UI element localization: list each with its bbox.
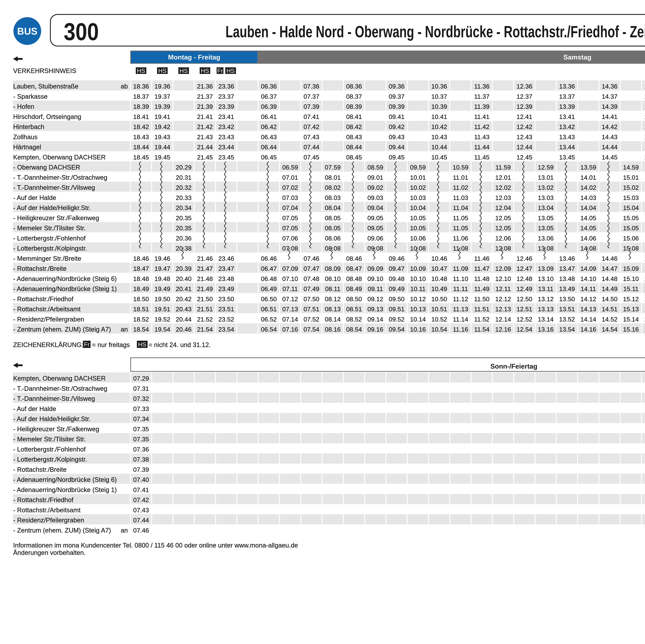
svg-text:07.42: 07.42: [133, 496, 149, 503]
svg-text:12.45: 12.45: [516, 154, 532, 161]
svg-text:06.36: 06.36: [261, 83, 277, 90]
svg-text:14.46: 14.46: [602, 255, 618, 262]
svg-text:Fr: Fr: [217, 67, 223, 74]
svg-text:15.14: 15.14: [623, 316, 639, 323]
svg-text:10.43: 10.43: [431, 134, 447, 141]
svg-text:07.09: 07.09: [282, 265, 298, 272]
svg-text:10.11: 10.11: [410, 285, 426, 292]
svg-text:21.36: 21.36: [197, 83, 213, 90]
svg-text:13.51: 13.51: [559, 305, 575, 312]
svg-text:07.39: 07.39: [133, 466, 149, 473]
svg-text:13.06: 13.06: [538, 235, 554, 242]
svg-text:08.50: 08.50: [346, 295, 362, 302]
svg-text:14.04: 14.04: [580, 204, 596, 211]
svg-text:10.05: 10.05: [410, 225, 426, 232]
svg-text:07.33: 07.33: [133, 405, 149, 412]
svg-text:- Zentrum (ehem. ZUM) (Steig A: - Zentrum (ehem. ZUM) (Steig A7): [13, 326, 111, 333]
svg-text:09.39: 09.39: [389, 103, 405, 110]
svg-text:08.03: 08.03: [325, 194, 341, 201]
svg-text:11.51: 11.51: [474, 305, 489, 312]
svg-text:21.54: 21.54: [197, 326, 213, 333]
svg-text:07.04: 07.04: [282, 204, 298, 211]
svg-text:21.48: 21.48: [197, 275, 213, 282]
svg-text:08.37: 08.37: [346, 93, 362, 100]
svg-text:14.44: 14.44: [602, 144, 618, 151]
svg-text:- Heiligkreuzer Str./Falkenweg: - Heiligkreuzer Str./Falkenweg: [13, 214, 99, 222]
svg-text:11.12: 11.12: [453, 295, 468, 302]
svg-text:14.03: 14.03: [580, 194, 596, 201]
svg-text:14.13: 14.13: [580, 305, 596, 312]
svg-text:15.37: 15.37: [644, 93, 645, 100]
svg-text:12.50: 12.50: [516, 295, 532, 302]
svg-text:12.03: 12.03: [495, 194, 511, 201]
svg-text:11.03: 11.03: [453, 194, 468, 201]
svg-text:13.49: 13.49: [559, 285, 575, 292]
svg-text:09.51: 09.51: [389, 305, 405, 312]
svg-text:08.14: 08.14: [325, 316, 341, 323]
svg-text:14.16: 14.16: [580, 326, 596, 333]
svg-text:- Auf der Halde/Heiligkr.Str.: - Auf der Halde/Heiligkr.Str.: [13, 204, 90, 211]
svg-text:13.08: 13.08: [538, 245, 554, 252]
svg-text:18.47: 18.47: [133, 265, 149, 272]
svg-text:14.43: 14.43: [602, 134, 618, 141]
svg-text:13.04: 13.04: [538, 204, 554, 211]
svg-text:09.47: 09.47: [389, 265, 405, 272]
svg-text:18.50: 18.50: [133, 295, 149, 302]
svg-text:07.02: 07.02: [282, 184, 298, 191]
svg-text:06.44: 06.44: [261, 144, 277, 151]
svg-text:- Residenz/Pfeilergraben: - Residenz/Pfeilergraben: [13, 316, 84, 323]
svg-text:08.46: 08.46: [346, 255, 362, 262]
svg-text:13.05: 13.05: [538, 225, 554, 232]
svg-text:HS: HS: [201, 67, 209, 74]
svg-text:20.31: 20.31: [176, 174, 192, 181]
svg-text:10.05: 10.05: [410, 215, 426, 221]
svg-text:08.41: 08.41: [346, 113, 362, 120]
svg-text:23.47: 23.47: [218, 265, 234, 272]
svg-text:07.52: 07.52: [303, 316, 319, 323]
svg-text:- Memeler Str./Tilsiter Str.: - Memeler Str./Tilsiter Str.: [13, 436, 86, 443]
svg-text:06.45: 06.45: [261, 154, 277, 161]
svg-text:07.14: 07.14: [282, 316, 298, 323]
svg-text:11.46: 11.46: [474, 255, 489, 262]
svg-text:11.48: 11.48: [474, 275, 489, 282]
svg-text:- Zentrum (ehem. ZUM) (Steig A: - Zentrum (ehem. ZUM) (Steig A7): [13, 527, 111, 534]
svg-text:12.06: 12.06: [495, 235, 511, 242]
svg-text:- Hofen: - Hofen: [13, 103, 34, 110]
svg-text:07.37: 07.37: [303, 93, 319, 100]
svg-text:- Auf der Halde: - Auf der Halde: [13, 194, 56, 201]
svg-text:18.46: 18.46: [133, 255, 149, 262]
svg-text:12.42: 12.42: [516, 123, 532, 130]
svg-text:09.12: 09.12: [367, 295, 383, 302]
svg-text:13.41: 13.41: [559, 113, 575, 120]
svg-text:07.32: 07.32: [133, 395, 149, 402]
svg-text:15.13: 15.13: [623, 305, 639, 312]
svg-text:08.39: 08.39: [346, 103, 362, 110]
svg-text:18.52: 18.52: [133, 316, 149, 323]
svg-text:11.49: 11.49: [474, 285, 489, 292]
svg-text:11.39: 11.39: [474, 103, 489, 110]
svg-text:23.44: 23.44: [218, 144, 234, 151]
svg-text:13.09: 13.09: [538, 265, 554, 272]
svg-text:07.54: 07.54: [303, 326, 319, 333]
svg-text:21.46: 21.46: [197, 255, 213, 262]
svg-text:an: an: [121, 326, 128, 333]
svg-text:06.54: 06.54: [261, 326, 277, 333]
svg-text:19.47: 19.47: [155, 265, 170, 272]
svg-text:07.51: 07.51: [303, 305, 319, 312]
svg-text:08.09: 08.09: [325, 265, 341, 272]
svg-text:13.13: 13.13: [538, 305, 554, 312]
svg-text:12.46: 12.46: [516, 255, 532, 262]
svg-text:13.59: 13.59: [580, 164, 596, 171]
svg-text:14.05: 14.05: [580, 225, 596, 232]
svg-text:VERKEHRSHINWEIS: VERKEHRSHINWEIS: [13, 67, 76, 74]
svg-text:10.14: 10.14: [410, 316, 426, 323]
svg-text:12.52: 12.52: [516, 316, 532, 323]
svg-text:13.50: 13.50: [559, 295, 575, 302]
svg-text:07.31: 07.31: [133, 385, 149, 392]
svg-text:08.45: 08.45: [346, 154, 362, 161]
svg-text:07.06: 07.06: [282, 235, 298, 242]
svg-text:14.10: 14.10: [580, 275, 596, 282]
svg-text:Lauben, Stuibenstraße: Lauben, Stuibenstraße: [13, 83, 78, 90]
svg-text:10.45: 10.45: [431, 154, 447, 161]
svg-text:10.04: 10.04: [410, 204, 426, 211]
